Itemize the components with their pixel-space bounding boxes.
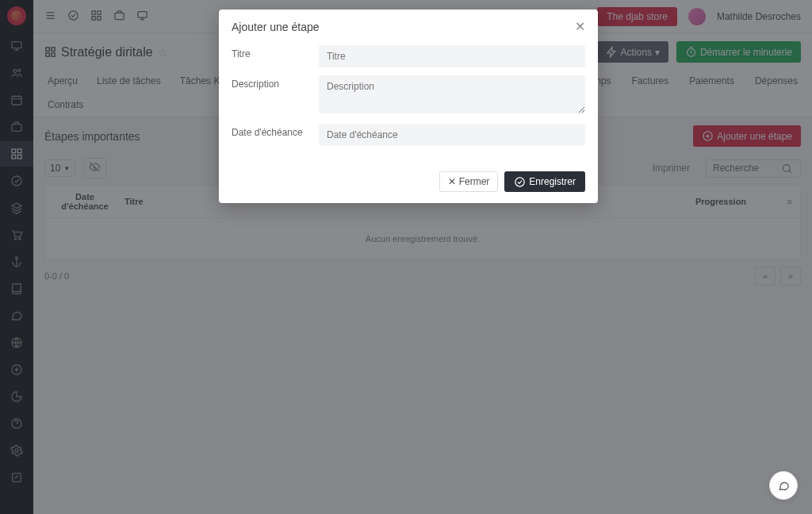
modal-close-button[interactable]: ✕ Fermer: [439, 171, 499, 192]
chat-icon: [778, 480, 790, 492]
description-input[interactable]: [319, 75, 585, 113]
label-title: Titre: [232, 45, 319, 67]
label-due-date: Date d'échéance: [232, 124, 319, 146]
chat-fab[interactable]: [769, 471, 798, 500]
modal-title: Ajouter une étape: [232, 21, 320, 33]
label-description: Description: [232, 75, 319, 116]
due-date-input[interactable]: [319, 124, 585, 146]
title-input[interactable]: [319, 45, 585, 67]
add-milestone-modal: Ajouter une étape ✕ Titre Description Da…: [219, 10, 598, 203]
svg-point-36: [515, 177, 524, 186]
modal-save-button[interactable]: Enregistrer: [504, 171, 585, 192]
modal-close-icon[interactable]: ✕: [575, 19, 585, 34]
